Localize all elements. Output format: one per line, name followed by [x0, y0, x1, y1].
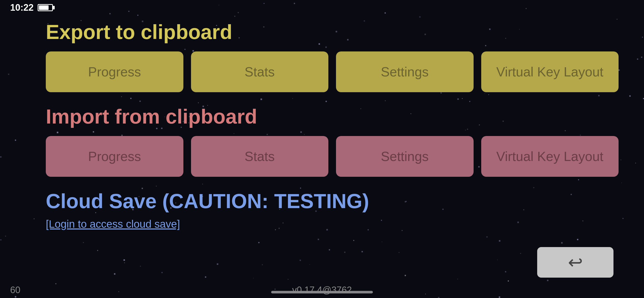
import-progress-button[interactable]: Progress: [46, 136, 183, 177]
battery-icon: [38, 4, 53, 11]
bottom-version-text: v0.17.4@3762: [292, 285, 352, 295]
export-virtual-key-layout-button[interactable]: Virtual Key Layout: [481, 51, 619, 92]
main-content: Export to clipboard Progress Stats Setti…: [46, 20, 619, 230]
export-progress-button[interactable]: Progress: [46, 51, 183, 92]
import-button-row: Progress Stats Settings Virtual Key Layo…: [46, 136, 619, 177]
bottom-left-number: 60: [10, 285, 20, 295]
status-time: 10:22: [10, 2, 34, 13]
cloud-section-title: Cloud Save (CAUTION: TESTING): [46, 189, 619, 213]
import-settings-button[interactable]: Settings: [336, 136, 474, 177]
status-bar: 10:22: [0, 0, 644, 15]
export-section: Export to clipboard Progress Stats Setti…: [46, 20, 619, 92]
export-settings-button[interactable]: Settings: [336, 51, 474, 92]
export-stats-button[interactable]: Stats: [191, 51, 329, 92]
cloud-login-link[interactable]: [Login to access cloud save]: [46, 218, 619, 230]
back-arrow-icon: ↩: [568, 252, 583, 273]
export-button-row: Progress Stats Settings Virtual Key Layo…: [46, 51, 619, 92]
import-section-title: Import from clipboard: [46, 105, 619, 128]
export-section-title: Export to clipboard: [46, 20, 619, 44]
import-stats-button[interactable]: Stats: [191, 136, 329, 177]
import-virtual-key-layout-button[interactable]: Virtual Key Layout: [481, 136, 619, 177]
cloud-section: Cloud Save (CAUTION: TESTING) [Login to …: [46, 189, 619, 230]
import-section: Import from clipboard Progress Stats Set…: [46, 105, 619, 177]
back-button[interactable]: ↩: [537, 247, 613, 278]
